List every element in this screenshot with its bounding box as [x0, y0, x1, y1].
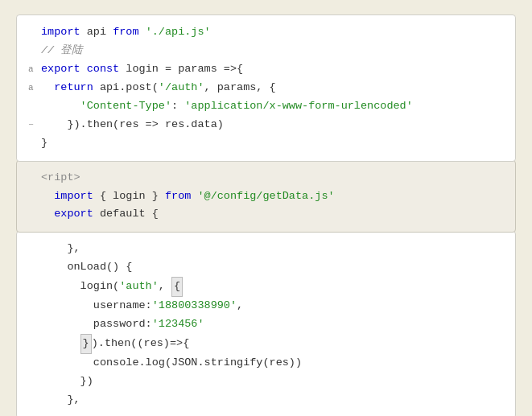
code-line: a return api.post('/auth', params, { — [28, 79, 504, 97]
line-gutter: a — [28, 80, 38, 96]
code-line: export default { — [28, 205, 504, 224]
code-block-2: <ript> import { login } from '@/config/g… — [16, 160, 516, 233]
code-line: }).then((res)=>{ — [28, 334, 504, 354]
code-block-1: import api from './api.js' // 登陆 a expor… — [16, 14, 516, 162]
code-line: }, — [28, 391, 504, 410]
code-line: a export const login = params =>{ — [28, 60, 504, 79]
code-line: } — [28, 134, 504, 153]
code-line: onLoad() { — [28, 258, 504, 277]
code-line: <ript> — [28, 169, 504, 187]
code-line: import { login } from '@/config/getData.… — [28, 187, 504, 206]
code-line: }, — [28, 240, 504, 258]
code-line: import api from './api.js' — [28, 23, 504, 42]
code-block-3: }, onLoad() { login('auth', { username:'… — [16, 231, 516, 416]
code-line: password:'123456' — [28, 315, 504, 334]
code-line: }) — [28, 373, 504, 391]
code-line: login('auth', { — [28, 277, 504, 297]
line-gutter: – — [28, 117, 38, 133]
code-line: username:'18800338990', — [28, 297, 504, 315]
line-gutter: a — [28, 62, 38, 77]
code-line: // 登陆 — [28, 42, 504, 60]
code-line: console.log(JSON.stringify(res)) — [28, 354, 504, 373]
code-line: – }).then(res => res.data) — [28, 116, 504, 134]
code-line: 'Content-Type': 'application/x-www-form-… — [28, 97, 504, 116]
